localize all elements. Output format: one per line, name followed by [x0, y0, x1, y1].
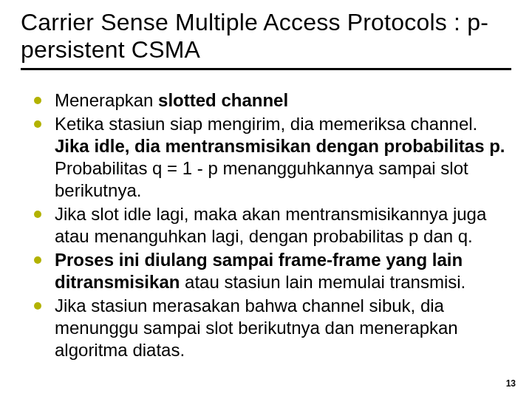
- bullet-icon: [34, 97, 41, 104]
- bullet-text: Ketika stasiun siap mengirim, dia memeri…: [55, 113, 511, 202]
- bullet-item: Proses ini diulang sampai frame-frame ya…: [34, 249, 511, 293]
- bullet-text: Jika stasiun merasakan bahwa channel sib…: [55, 295, 511, 361]
- bullet-item: Menerapkan slotted channel: [34, 89, 511, 112]
- bullet-icon: [34, 120, 41, 128]
- bullet-list: Menerapkan slotted channelKetika stasiun…: [21, 89, 511, 361]
- bullet-item: Ketika stasiun siap mengirim, dia memeri…: [34, 113, 511, 202]
- slide: Carrier Sense Multiple Access Protocols …: [0, 0, 532, 399]
- bullet-icon: [34, 256, 41, 264]
- bullet-icon: [34, 211, 41, 218]
- page-number: 13: [506, 378, 516, 389]
- bullet-text: Menerapkan slotted channel: [55, 89, 511, 112]
- slide-title: Carrier Sense Multiple Access Protocols …: [21, 9, 511, 70]
- bullet-text: Proses ini diulang sampai frame-frame ya…: [55, 249, 511, 293]
- bullet-text: Jika slot idle lagi, maka akan mentransm…: [55, 203, 511, 248]
- bullet-icon: [34, 302, 41, 310]
- bullet-item: Jika slot idle lagi, maka akan mentransm…: [34, 203, 511, 248]
- bullet-item: Jika stasiun merasakan bahwa channel sib…: [34, 295, 511, 361]
